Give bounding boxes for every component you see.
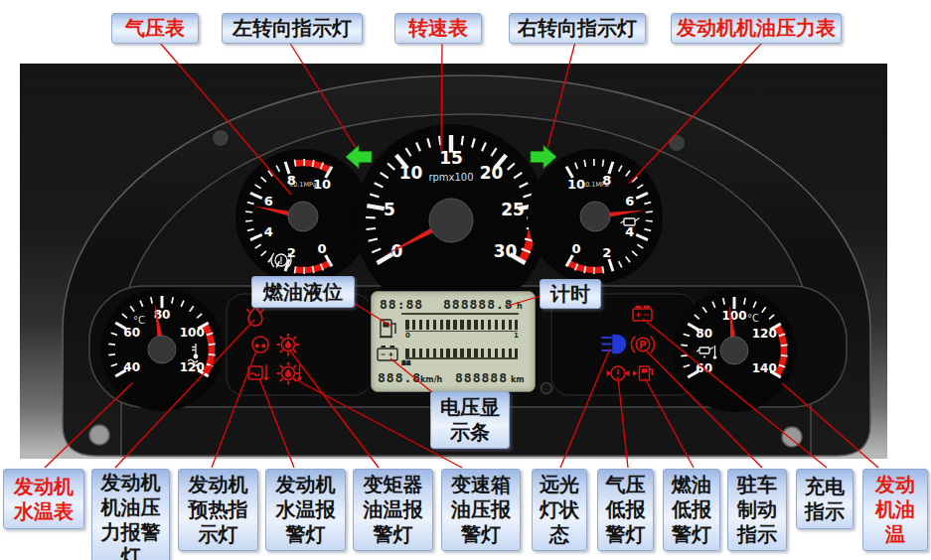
svg-text:rpmx100: rpmx100 [428, 172, 473, 183]
callout-fuel-low-warning: 燃油 低报 警灯 [663, 469, 720, 551]
callout-fuel-level: 燃油液位 [251, 276, 355, 308]
callout-oil-temp-gauge: 发动 机油 温 [862, 469, 928, 551]
screw-hole [668, 134, 686, 152]
callout-water-temp-warning: 发动机 水温报 警灯 [265, 469, 346, 551]
svg-text:4: 4 [625, 224, 634, 239]
svg-text:°C: °C [133, 315, 145, 326]
svg-text:6: 6 [264, 194, 273, 209]
svg-text:6: 6 [625, 194, 634, 209]
fuel-bar-axis [405, 331, 518, 333]
callout-air-pressure-gauge: 气压表 [111, 13, 199, 44]
lcd-separator [401, 313, 519, 315]
lcd-odometer: 888888 [455, 370, 507, 385]
volt-scale-32: 32 [401, 359, 411, 367]
svg-text:x0.1MPa: x0.1MPa [581, 181, 608, 189]
fuel-scale-max: 1 [514, 332, 519, 340]
svg-text:100: 100 [721, 309, 746, 323]
fuel-level-bar [405, 320, 518, 330]
svg-text:°C: °C [747, 313, 759, 324]
voltage-bar-axis [405, 357, 518, 359]
screw-hole [212, 129, 230, 147]
fuel-pump-icon [378, 318, 403, 342]
svg-text:60: 60 [123, 326, 140, 340]
callout-tachometer: 转速表 [394, 13, 482, 44]
lcd-speed-unit: km/h [420, 375, 442, 384]
svg-text:80: 80 [696, 327, 712, 341]
svg-text:20: 20 [480, 163, 504, 183]
svg-text:15: 15 [439, 148, 463, 168]
svg-text:60: 60 [696, 361, 712, 375]
svg-text:0: 0 [317, 241, 326, 256]
svg-text:0: 0 [391, 241, 403, 261]
svg-text:40: 40 [123, 360, 140, 374]
air-pressure-gauge: 0246810x0.1MPa [235, 149, 371, 284]
callout-torque-converter-warning: 变矩器 油温报 警灯 [353, 469, 433, 551]
svg-text:30: 30 [494, 241, 518, 261]
callout-hour-meter: 计时 [540, 279, 601, 309]
tachometer: 051015202530rpmx100 [355, 124, 547, 317]
callout-engine-oil-pressure-gauge: 发动机机油压力表 [671, 13, 842, 44]
oil-temp-gauge: 6080100120140°C [673, 289, 796, 412]
lcd-clock: 88:88 [380, 297, 423, 312]
svg-text:0: 0 [571, 241, 580, 256]
svg-text:140: 140 [752, 361, 777, 375]
callout-air-pressure-low-warning: 气压 低报 警灯 [597, 469, 654, 551]
callout-left-turn-indicator: 左转向指示灯 [222, 13, 363, 44]
callout-transmission-warning: 变速箱 油压报 警灯 [441, 469, 521, 551]
lcd-hour-meter: 888888.8 [443, 297, 513, 312]
svg-text:120: 120 [752, 327, 777, 341]
oil-pressure-gauge: 0246810x0.1MPa [528, 149, 663, 284]
svg-text:25: 25 [501, 200, 525, 219]
water-temp-gauge: 406080100120°C [100, 288, 224, 411]
screw-hole [89, 425, 109, 445]
callout-high-beam-status: 远光 灯状 态 [532, 469, 587, 551]
svg-text:4: 4 [264, 224, 273, 239]
svg-text:10: 10 [399, 163, 423, 183]
callout-charging-indicator: 充电 指示 [796, 469, 853, 529]
battery-icon [376, 345, 401, 362]
lcd-odometer-unit: km [511, 375, 525, 384]
voltage-bar [405, 349, 518, 357]
svg-text:2: 2 [602, 245, 611, 260]
callout-water-temp-gauge: 发动机 水温表 [3, 469, 84, 529]
callout-right-turn-indicator: 右转向指示灯 [509, 13, 646, 44]
svg-text:100: 100 [180, 326, 205, 340]
lcd-display: 88:88 888888.8 h 0 1 0 8 16 [371, 291, 536, 392]
high-beam-indicator-icon [602, 336, 626, 353]
svg-text:120: 120 [180, 360, 205, 374]
svg-text:5: 5 [384, 200, 395, 219]
screw-hole [782, 427, 802, 447]
lcd-speed: 888.8 [378, 370, 421, 385]
instrument-cluster-diagram: 0246810x0.1MPa051015202530rpmx1000246810… [0, 0, 931, 560]
fuel-scale-min: 0 [405, 332, 410, 340]
callout-oil-pressure-warning: 发动机 机油压 力报警 灯 [91, 469, 170, 560]
callout-preheat-indicator: 发动机 预热指 示灯 [178, 469, 258, 551]
svg-text:P: P [639, 340, 646, 350]
lcd-hours-unit: h [517, 302, 523, 311]
trip-reset-knob[interactable] [542, 383, 552, 394]
svg-text:x0.1MPa: x0.1MPa [289, 181, 316, 189]
callout-voltage-bar: 电压显 示条 [430, 391, 510, 449]
callout-parking-brake-indicator: 驻车 制动 指示 [727, 469, 787, 551]
